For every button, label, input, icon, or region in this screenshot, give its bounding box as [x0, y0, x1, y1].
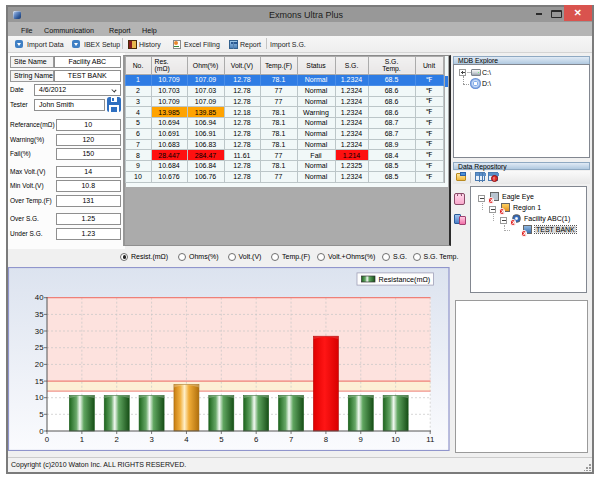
svg-text:2: 2 [115, 435, 119, 444]
svg-text:3: 3 [149, 435, 153, 444]
svg-text:15: 15 [35, 376, 44, 385]
svg-text:4: 4 [184, 435, 189, 444]
svg-text:5: 5 [39, 409, 44, 418]
svg-text:40: 40 [35, 293, 44, 302]
svg-text:11: 11 [426, 435, 434, 444]
svg-text:20: 20 [35, 360, 44, 369]
svg-text:8: 8 [324, 435, 328, 444]
svg-text:10: 10 [391, 435, 400, 444]
svg-text:5: 5 [219, 435, 224, 444]
svg-text:35: 35 [35, 310, 44, 319]
svg-text:9: 9 [359, 435, 363, 444]
svg-text:0: 0 [45, 435, 50, 444]
svg-text:Resistance(mΩ): Resistance(mΩ) [379, 275, 431, 284]
svg-text:0: 0 [39, 426, 44, 435]
svg-text:25: 25 [35, 343, 44, 352]
svg-text:1: 1 [80, 435, 84, 444]
svg-text:10: 10 [35, 393, 44, 402]
svg-text:6: 6 [254, 435, 258, 444]
svg-text:7: 7 [289, 435, 293, 444]
svg-text:30: 30 [35, 326, 44, 335]
